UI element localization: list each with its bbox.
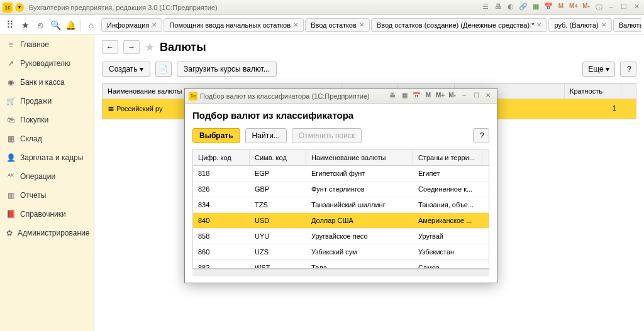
help-button[interactable]: ? [620, 62, 636, 77]
tab-close-icon[interactable]: ✕ [293, 21, 298, 28]
sidebar-item-manager[interactable]: ↗Руководителю [0, 54, 94, 73]
load-rates-button[interactable]: Загрузить курсы валют... [177, 62, 277, 77]
info-icon[interactable]: ⓘ [594, 3, 604, 13]
sidebar-item-main[interactable]: ≡Главное [0, 35, 94, 54]
star-icon[interactable]: ★ [18, 18, 33, 33]
cell-num: 818 [193, 166, 250, 181]
cell-sym: TZS [250, 197, 306, 212]
sidebar-item-purchases[interactable]: 🛍Покупки [0, 111, 94, 129]
tab-close-icon[interactable]: ✕ [152, 21, 157, 28]
sidebar-item-warehouse[interactable]: ▦Склад [0, 129, 94, 148]
home-icon[interactable]: ⌂ [84, 18, 99, 33]
find-button[interactable]: Найти... [245, 128, 287, 143]
tab-close-icon[interactable]: ✕ [601, 21, 606, 28]
nav-back-button[interactable]: ← [102, 40, 118, 54]
help-button[interactable]: ? [473, 128, 489, 143]
table-row[interactable]: 858UYUУругвайское песоУругвай [193, 229, 489, 244]
cell-name: Узбекский сум [306, 244, 413, 259]
maximize-icon[interactable]: ☐ [471, 92, 481, 100]
create-button[interactable]: Создать ▾ [102, 62, 150, 77]
tab-label: руб. (Валюта) [554, 21, 598, 29]
nav-forward-button[interactable]: → [123, 40, 140, 54]
tab-entry-create[interactable]: Ввод остатков (создание) (Денежные средс… [371, 18, 548, 32]
table-row[interactable]: 826GBPФунт стерлинговСоединенное к... [193, 182, 489, 197]
sidebar-label: Зарплата и кадры [20, 153, 83, 162]
calendar-icon[interactable]: 📅 [411, 92, 421, 100]
col-mult[interactable]: Кратность [565, 84, 621, 99]
titlebar-tools: ☰ 🖶 ◐ 🔗 ▦ 📅 M M+ M- ⓘ – ☐ ✕ [480, 3, 641, 13]
tab-label: Ввод остатков [311, 21, 357, 29]
tab-info[interactable]: Информация✕ [101, 18, 162, 32]
link-icon[interactable]: 🔗 [518, 3, 528, 13]
dialog-body: Подбор валют из классификатора Выбрать Н… [185, 104, 497, 283]
calendar-icon[interactable]: 📅 [543, 3, 553, 13]
memory-mplus-button[interactable]: M+ [435, 92, 445, 100]
sidebar-item-catalogs[interactable]: 📕Справочники [0, 205, 94, 224]
memory-m-button[interactable]: M [423, 92, 433, 100]
tool-icon[interactable]: ☰ [480, 3, 491, 13]
more-button[interactable]: Еще ▾ [582, 62, 615, 77]
memory-mminus-button[interactable]: M- [447, 92, 457, 100]
table-row[interactable]: 882WSTТалаСамоа [193, 260, 489, 269]
select-button[interactable]: Выбрать [192, 128, 240, 143]
tab-helper[interactable]: Помощник ввода начальных остатков✕ [164, 18, 304, 32]
cell-sym: WST [250, 260, 306, 269]
tab-entry[interactable]: Ввод остатков✕ [305, 18, 370, 32]
print-icon[interactable]: 🖶 [387, 92, 397, 100]
sidebar-item-operations[interactable]: ᴬᴷОперации [0, 167, 94, 186]
tab-rub[interactable]: руб. (Валюта)✕ [548, 18, 611, 32]
calc-icon[interactable]: ▦ [399, 92, 409, 100]
sidebar-item-hr[interactable]: 👤Зарплата и кадры [0, 148, 94, 167]
sidebar-item-sales[interactable]: 🛒Продажи [0, 92, 94, 111]
app-menu-dropdown[interactable]: ▾ [15, 3, 24, 12]
col-sym[interactable]: Симв. код [250, 150, 306, 165]
table-row[interactable]: 840USDДоллар СШААмериканское ... [193, 213, 489, 229]
cell-name: Доллар США [306, 213, 413, 228]
sidebar-item-reports[interactable]: ▥Отчеты [0, 186, 94, 205]
bell-icon[interactable]: 🔔 [63, 18, 78, 33]
print-icon[interactable]: 🖶 [493, 3, 503, 13]
favorite-star-icon[interactable]: ★ [145, 40, 155, 54]
maximize-icon[interactable]: ☐ [619, 3, 629, 13]
col-name[interactable]: Наименование валюты [306, 150, 413, 165]
btn-label: Еще [588, 65, 603, 73]
memory-mplus-button[interactable]: M+ [569, 3, 579, 13]
col-num[interactable]: Цифр. код [193, 150, 250, 165]
sidebar-label: Банк и касса [20, 78, 65, 87]
tab-label: Ввод остатков (создание) (Денежные средс… [377, 21, 535, 29]
tab-close-icon[interactable]: ✕ [359, 21, 364, 28]
sidebar-label: Операции [20, 172, 55, 181]
table-row[interactable]: 818EGPЕгипетский фунтЕгипет [193, 166, 489, 182]
sidebar-item-bank[interactable]: ◉Банк и касса [0, 73, 94, 92]
chart-icon: ↗ [6, 59, 15, 68]
cell-num: 858 [193, 229, 250, 244]
horizontal-scrollbar[interactable] [192, 269, 489, 276]
table-row[interactable]: 860UZSУзбекский сумУзбекистан [193, 244, 489, 260]
close-icon[interactable]: ✕ [483, 92, 493, 100]
tool-icon[interactable]: ◐ [506, 3, 516, 13]
tab-currencies[interactable]: Валюты✕ [613, 18, 641, 32]
copy-button[interactable]: 📄 [155, 62, 172, 77]
dialog-toolbar: Выбрать Найти... Отменить поиск ? [192, 128, 489, 143]
cell-sym: EGP [250, 166, 306, 181]
table-row[interactable]: 834TZSТанзанийский шиллингТанзания, объе… [193, 197, 489, 213]
cell-num: 882 [193, 260, 250, 269]
sidebar-item-admin[interactable]: ✿Администрирование [0, 224, 94, 242]
calc-icon[interactable]: ▦ [531, 3, 541, 13]
memory-m-button[interactable]: M [556, 3, 566, 13]
memory-mminus-button[interactable]: M- [581, 3, 591, 13]
search-icon[interactable]: 🔍 [48, 18, 63, 33]
close-icon[interactable]: ✕ [631, 3, 641, 13]
minimize-icon[interactable]: – [459, 92, 469, 100]
cell-sym: UYU [250, 229, 306, 244]
cancel-search-button[interactable]: Отменить поиск [292, 128, 362, 143]
col-country[interactable]: Страны и терри... [413, 150, 482, 165]
tab-close-icon[interactable]: ✕ [536, 21, 541, 28]
dialog-heading: Подбор валют из классификатора [192, 110, 489, 121]
ops-icon: ᴬᴷ [6, 172, 15, 181]
separator [80, 19, 81, 31]
minimize-icon[interactable]: – [606, 3, 616, 13]
history-icon[interactable]: ⎋ [33, 18, 48, 33]
apps-grid-icon[interactable]: ⠿ [3, 18, 18, 33]
main-toolbar: ⠿ ★ ⎋ 🔍 🔔 ⌂ Информация✕ Помощник ввода н… [0, 15, 644, 35]
